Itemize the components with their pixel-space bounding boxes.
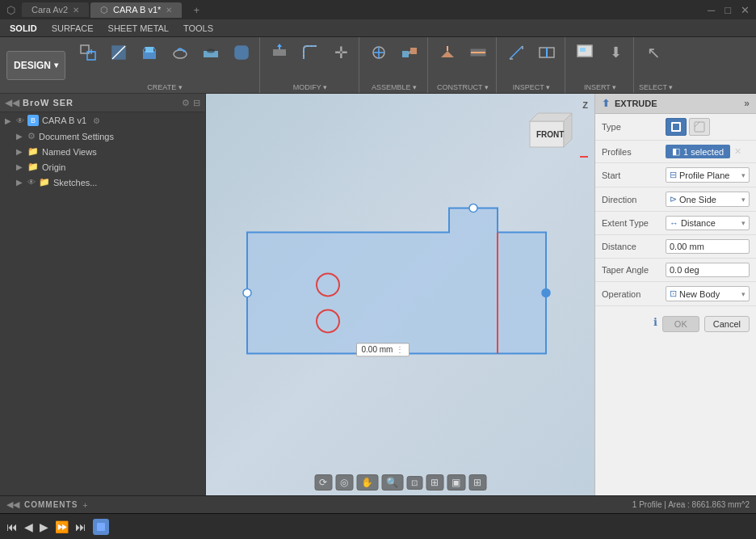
viewport-canvas[interactable]: Z FRONT <box>206 94 594 495</box>
close-window-icon[interactable]: ✕ <box>741 4 750 16</box>
maximize-icon[interactable]: □ <box>724 4 731 16</box>
grid-button[interactable]: ⊞ <box>468 474 486 491</box>
browser-expand-icon[interactable]: ◀◀ <box>5 97 19 108</box>
start-dropdown[interactable]: ⊟ Profile Plane ▾ <box>666 167 750 183</box>
plane-button[interactable] <box>433 39 462 66</box>
start-dropdown-value: Profile Plane <box>679 171 729 180</box>
nav-cube[interactable]: Z FRONT <box>523 100 588 157</box>
new-tab-icon[interactable]: + <box>193 4 200 16</box>
zoom-fit-button[interactable]: ⊡ <box>406 476 422 490</box>
profiles-selected-button[interactable]: ◧ 1 selected <box>666 145 730 158</box>
direction-dropdown[interactable]: ⊳ One Side ▾ <box>666 192 750 207</box>
titlebar-left: ⬡ Cara Av2 ✕ ⬡ CARA B v1* ✕ + <box>6 2 200 18</box>
dim-menu-icon[interactable]: ⋮ <box>396 345 404 354</box>
select-button[interactable]: ↖ <box>639 39 668 66</box>
assemble-label[interactable]: ASSEMBLE ▾ <box>364 82 424 91</box>
ok-button[interactable]: OK <box>662 316 699 332</box>
bottombar-expand-icon[interactable]: ◀◀ <box>6 499 19 510</box>
create-sketch-button[interactable] <box>104 39 133 66</box>
start-label: Start <box>602 171 662 180</box>
skip-start-button[interactable]: ⏮ <box>6 520 18 533</box>
svg-rect-7 <box>145 47 153 53</box>
design-button[interactable]: DESIGN ▾ <box>6 51 65 80</box>
svg-point-44 <box>469 204 477 212</box>
revolve-icon <box>169 41 191 64</box>
timeline-marker[interactable] <box>93 519 109 535</box>
extrude-direction-row: Direction ⊳ One Side ▾ <box>595 187 756 212</box>
revolve-button[interactable] <box>166 39 195 66</box>
browser-item-cara-b[interactable]: ▶ 👁 B CARA B v1 ⚙ <box>0 112 205 128</box>
new-component-button[interactable] <box>74 39 103 66</box>
joint-button[interactable] <box>364 39 393 66</box>
dimension-tooltip[interactable]: 0.00 mm ⋮ <box>356 343 410 356</box>
menu-solid[interactable]: SOLID <box>3 22 44 35</box>
close-active-icon[interactable]: ✕ <box>166 6 172 15</box>
menu-surface[interactable]: SURFACE <box>45 22 100 35</box>
construct-label[interactable]: CONSTRUCT ▾ <box>433 82 493 91</box>
axis-button[interactable] <box>464 39 493 66</box>
modify-label[interactable]: MODIFY ▾ <box>265 82 355 91</box>
tab-cara-b-v1[interactable]: ⬡ CARA B v1* ✕ <box>90 2 182 18</box>
eye-sketches-icon[interactable]: 👁 <box>27 178 36 187</box>
browser-collapse-icon[interactable]: ⊟ <box>193 98 200 108</box>
menu-tools[interactable]: TOOLS <box>177 22 220 35</box>
press-pull-button[interactable] <box>265 39 294 66</box>
extent-dropdown[interactable]: ↔ Distance ▾ <box>666 216 750 230</box>
tree-arrow-origin-icon: ▶ <box>16 162 24 171</box>
distance-input[interactable]: 0.00 mm <box>666 239 750 254</box>
tree-arrow-views-icon: ▶ <box>16 147 24 156</box>
menu-sheet-metal[interactable]: SHEET METAL <box>102 22 175 35</box>
view-options-button[interactable]: ⊞ <box>426 474 443 491</box>
insert-canvas-button[interactable] <box>570 39 599 66</box>
inspect-label[interactable]: INSPECT ▾ <box>502 82 561 91</box>
display-settings-button[interactable]: ▣ <box>447 474 465 491</box>
move-button[interactable]: ✛ <box>326 39 355 66</box>
browser-item-origin[interactable]: ▶ 📁 Origin <box>11 159 205 175</box>
operation-dropdown[interactable]: ⊡ New Body ▾ <box>666 286 750 301</box>
type-solid-button[interactable] <box>666 118 687 136</box>
move-icon: ✛ <box>330 41 352 64</box>
assemble2-button[interactable] <box>395 39 424 66</box>
orbit-button[interactable]: ⟳ <box>314 474 332 491</box>
comments-add-icon[interactable]: + <box>82 500 87 510</box>
extrude-button[interactable] <box>135 39 164 66</box>
modify-section: ✛ MODIFY ▾ <box>262 37 359 93</box>
info-icon[interactable]: ℹ <box>653 316 657 332</box>
fillet2-button[interactable] <box>296 39 325 66</box>
close-icon[interactable]: ✕ <box>73 6 79 15</box>
browser-settings-icon[interactable]: ⚙ <box>182 98 190 108</box>
main-content: ◀◀ BroW SER ⚙ ⊟ ▶ 👁 B CARA B v1 ⚙ ▶ ⚙ Do… <box>0 94 756 495</box>
browser-item-sketches[interactable]: ▶ 👁 📁 Sketches... <box>11 175 205 190</box>
insert-label[interactable]: INSERT ▾ <box>570 82 630 91</box>
eye-icon[interactable]: 👁 <box>16 116 24 125</box>
minimize-icon[interactable]: ─ <box>708 4 715 16</box>
skip-end-button[interactable]: ⏭ <box>75 520 86 533</box>
fillet-button[interactable] <box>227 39 256 66</box>
zoom-button[interactable]: 🔍 <box>381 474 403 491</box>
play-button[interactable]: ▶ <box>40 520 48 533</box>
measure-button[interactable] <box>502 39 531 66</box>
type-surface-button[interactable] <box>689 118 710 136</box>
cancel-button[interactable]: Cancel <box>704 316 750 332</box>
pan-button[interactable]: ✋ <box>356 474 378 491</box>
assemble2-icon <box>398 41 421 64</box>
taper-input[interactable]: 0.0 deg <box>666 263 750 277</box>
settings-icon-small[interactable]: ⚙ <box>93 116 100 125</box>
look-at-button[interactable]: ◎ <box>335 474 353 491</box>
select-label[interactable]: SELECT ▾ <box>639 82 673 91</box>
step-back-button[interactable]: ◀ <box>24 520 33 533</box>
create-label[interactable]: CREATE ▾ <box>74 82 256 91</box>
insert-mesh-button[interactable]: ⬇ <box>601 39 630 66</box>
extrude-operation-row: Operation ⊡ New Body ▾ <box>595 282 756 306</box>
step-forward-button[interactable]: ⏩ <box>55 520 69 533</box>
browser-item-named-views[interactable]: ▶ 📁 Named Views <box>11 144 205 159</box>
extrude-expand-icon[interactable]: » <box>744 98 750 109</box>
extrude-taper-row: Taper Angle 0.0 deg <box>595 259 756 282</box>
tab-cara-av2[interactable]: Cara Av2 ✕ <box>22 2 89 17</box>
svg-rect-22 <box>410 48 417 54</box>
profiles-clear-icon[interactable]: ✕ <box>734 146 741 157</box>
cube-svg[interactable]: FRONT <box>523 112 580 156</box>
browser-item-doc-settings[interactable]: ▶ ⚙ Document Settings <box>11 128 205 144</box>
hole-button[interactable] <box>196 39 225 66</box>
section-button[interactable] <box>532 39 561 66</box>
